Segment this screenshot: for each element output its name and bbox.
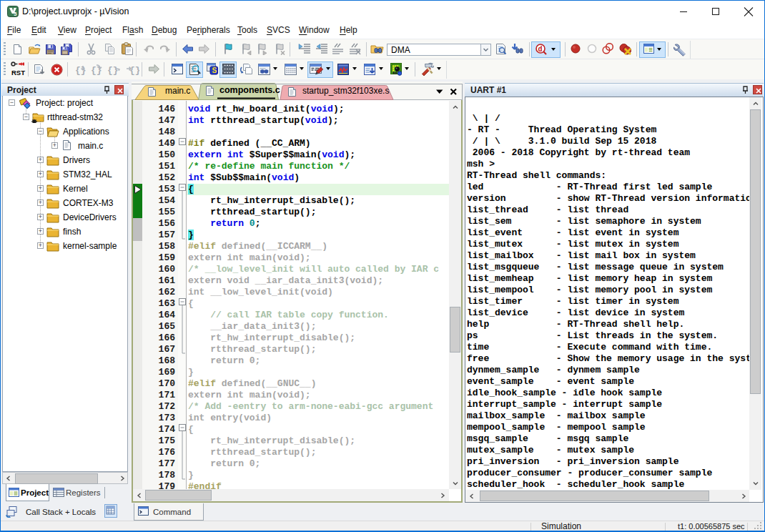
- svg-text:{}: {}: [91, 65, 102, 75]
- svg-text:{}: {}: [75, 65, 87, 75]
- svg-text:{}: {}: [107, 65, 119, 75]
- svg-text:5: 5: [14, 11, 16, 17]
- svg-text:RST: RST: [11, 69, 25, 77]
- svg-text:S: S: [212, 66, 217, 74]
- svg-text:d: d: [538, 46, 543, 54]
- svg-text:{}: {}: [129, 65, 139, 75]
